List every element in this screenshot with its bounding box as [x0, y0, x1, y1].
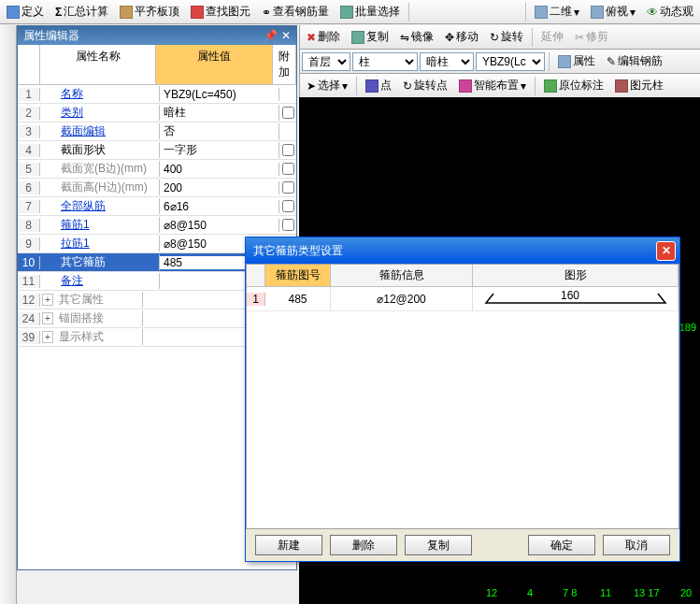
panel-titlebar[interactable]: 属性编辑器 📌 ✕ [18, 26, 296, 45]
property-value[interactable]: 暗柱 [160, 105, 279, 121]
copy-button[interactable]: 复制 [347, 26, 393, 48]
cell-shape[interactable]: 160 [473, 287, 679, 310]
canvas-label: 4 [527, 587, 533, 598]
edit-icon: ✎ [607, 55, 616, 68]
chevron-down-icon: ▾ [574, 6, 579, 19]
expand-icon[interactable]: + [42, 331, 53, 343]
shape-dim: 160 [561, 289, 579, 302]
define-button[interactable]: 定义 [2, 1, 49, 22]
pin-icon[interactable]: 📌 [264, 29, 278, 42]
property-row[interactable]: 8箍筋1⌀8@150 [18, 216, 296, 235]
property-row[interactable]: 6截面高(H边)(mm)200 [18, 179, 296, 197]
category-combo[interactable]: 柱 [352, 52, 418, 71]
extra-checkbox[interactable] [282, 200, 294, 212]
type-combo[interactable]: 暗柱 [420, 52, 474, 71]
batch-select-button[interactable]: 批量选择 [336, 1, 405, 22]
col-name: 属性名称 [40, 45, 157, 84]
point-button[interactable]: 点 [361, 75, 396, 96]
property-value[interactable]: YBZ9(Lc=450) [160, 88, 279, 101]
code-combo[interactable]: YBZ9(Lc [476, 52, 545, 71]
property-row[interactable]: 5截面宽(B边)(mm)400 [18, 160, 296, 179]
property-name[interactable]: 备注 [55, 273, 160, 289]
property-name[interactable]: 类别 [55, 105, 160, 121]
property-name: 锚固搭接 [53, 310, 143, 326]
col-code[interactable]: 箍筋图号 [265, 265, 331, 286]
property-name[interactable]: 全部纵筋 [55, 198, 160, 214]
cell-code[interactable]: 485 [265, 287, 331, 310]
view-top-button[interactable]: 俯视▾ [586, 1, 640, 22]
close-button[interactable]: ✕ [656, 241, 676, 261]
view-2d-button[interactable]: 二维▾ [530, 1, 584, 22]
elem-cols-button[interactable]: 图元柱 [610, 75, 668, 96]
row-number: 24 [18, 312, 40, 325]
mirror-button[interactable]: ⇋镜像 [395, 26, 438, 48]
new-button[interactable]: 新建 [255, 535, 322, 555]
row-number: 1 [18, 88, 40, 101]
rotate-point-button[interactable]: ↻旋转点 [398, 75, 452, 96]
row-number: 5 [18, 163, 40, 176]
extra-checkbox[interactable] [282, 181, 294, 194]
find-elem-button[interactable]: 查找图元 [186, 1, 255, 22]
property-value[interactable]: 200 [160, 181, 279, 194]
property-value[interactable]: 6⌀16 [160, 200, 279, 213]
dialog-table-header: 箍筋图号 箍筋信息 图形 [247, 265, 679, 287]
col-shape[interactable]: 图形 [473, 265, 679, 286]
extra-checkbox[interactable] [282, 219, 294, 231]
delete-button[interactable]: 删除 [330, 535, 397, 555]
property-value[interactable]: 400 [160, 163, 279, 176]
dialog-titlebar[interactable]: 其它箍筋类型设置 ✕ [246, 237, 679, 264]
property-row[interactable]: 2类别暗柱 [18, 104, 296, 122]
extra-checkbox[interactable] [282, 144, 294, 156]
property-value[interactable]: ⌀8@150 [160, 219, 279, 232]
delete-button[interactable]: ✖删除 [302, 26, 345, 48]
link-icon: ⚭ [262, 6, 271, 19]
close-icon[interactable]: ✕ [281, 29, 291, 42]
sum-button[interactable]: Σ汇总计算 [50, 1, 113, 22]
property-name[interactable]: 拉筋1 [55, 236, 160, 252]
mirror-icon: ⇋ [400, 31, 409, 44]
expand-icon[interactable]: + [42, 294, 53, 306]
extra-checkbox-cell [279, 181, 296, 194]
col-info[interactable]: 箍筋信息 [331, 265, 473, 286]
property-row[interactable]: 3截面编辑否 [18, 122, 296, 141]
cell-info[interactable]: ⌀12@200 [331, 287, 473, 310]
property-name[interactable]: 截面编辑 [55, 123, 160, 139]
trim-button[interactable]: ✂修剪 [570, 26, 613, 48]
rotate-button[interactable]: ↻旋转 [485, 26, 528, 48]
floor-combo[interactable]: 首层 [302, 52, 350, 71]
dialog-title: 其它箍筋类型设置 [253, 243, 343, 259]
row-number: 10 [18, 256, 40, 269]
dialog-row[interactable]: 1 485 ⌀12@200 160 [247, 287, 679, 311]
smart-layout-button[interactable]: 智能布置▾ [454, 75, 531, 96]
row-number: 9 [18, 237, 40, 251]
ok-button[interactable]: 确定 [528, 535, 595, 555]
dynamic-view-button[interactable]: 👁动态观 [642, 1, 698, 22]
property-name[interactable]: 名称 [55, 86, 160, 102]
eye-icon: 👁 [647, 6, 658, 19]
property-row[interactable]: 7全部纵筋6⌀16 [18, 197, 296, 216]
property-name: 截面高(H边)(mm) [55, 180, 160, 195]
find-rebar-button[interactable]: ⚭查看钢筋量 [257, 1, 334, 22]
expand-icon[interactable]: + [42, 312, 53, 324]
select-button[interactable]: ➤选择▾ [302, 75, 352, 96]
extra-checkbox[interactable] [282, 107, 294, 119]
property-value[interactable]: 一字形 [160, 142, 279, 158]
move-button[interactable]: ✥移动 [440, 26, 483, 48]
cancel-button[interactable]: 取消 [603, 535, 670, 555]
canvas-label: 20 [680, 587, 692, 598]
property-name: 截面形状 [55, 142, 160, 158]
property-row[interactable]: 4截面形状一字形 [18, 141, 296, 160]
edit-rebar-button[interactable]: ✎编辑钢筋 [602, 50, 667, 72]
orig-label-button[interactable]: 原位标注 [539, 75, 608, 96]
canvas-label: 7 8 [563, 587, 577, 598]
extra-checkbox[interactable] [282, 163, 294, 175]
extend-button[interactable]: 延伸 [536, 26, 568, 48]
property-name[interactable]: 箍筋1 [55, 217, 160, 233]
extra-checkbox-cell [279, 219, 296, 231]
props-button[interactable]: 属性 [553, 50, 600, 72]
scissors-icon: ✂ [575, 31, 584, 44]
property-row[interactable]: 1名称YBZ9(Lc=450) [18, 85, 296, 104]
copy-button[interactable]: 复制 [405, 535, 472, 555]
property-value[interactable]: 否 [160, 123, 279, 139]
align-top-button[interactable]: 平齐板顶 [115, 1, 184, 22]
